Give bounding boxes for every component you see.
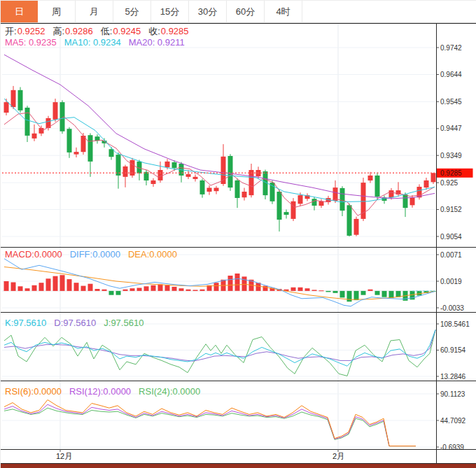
tab-timeframe-60分[interactable]: 60分 xyxy=(227,1,265,23)
candle-body xyxy=(109,149,114,157)
macd-hist-bar xyxy=(186,290,191,291)
macd-hist-bar xyxy=(11,283,16,291)
macd-hist-bar xyxy=(32,285,37,291)
candle-body xyxy=(389,190,394,197)
macd-hist-bar xyxy=(172,287,177,291)
macd-hist-bar xyxy=(18,286,23,291)
chart-canvas[interactable]: 0.97420.96440.95450.94470.93490.9250.915… xyxy=(1,23,476,468)
j-line xyxy=(4,330,435,376)
macd-hist-bar xyxy=(291,288,296,291)
macd-hist-bar xyxy=(214,283,219,291)
macd-hist-bar xyxy=(74,283,79,291)
macd-hist-bar xyxy=(158,284,163,291)
macd-hist-bar xyxy=(347,291,352,302)
macd-hist-bar xyxy=(375,291,380,295)
x-axis-month-label: 12月 xyxy=(56,452,72,460)
main-tick-label: 0.9054 xyxy=(440,233,462,241)
tab-timeframe-日[interactable]: 日 xyxy=(1,1,38,23)
k-line xyxy=(4,330,435,367)
tab-timeframe-15分[interactable]: 15分 xyxy=(151,1,189,23)
bottom-bar xyxy=(1,464,476,468)
macd-hist-bar xyxy=(193,290,198,291)
macd-hist-bar xyxy=(130,288,135,291)
current-price-tag-label: 0.9285 xyxy=(440,169,462,177)
macd-hist-bar xyxy=(389,291,394,298)
macd-hist-bar xyxy=(46,278,51,291)
candle-body xyxy=(214,188,219,192)
candle-body xyxy=(158,170,163,180)
candle-body xyxy=(403,194,408,208)
macd-hist-bar xyxy=(179,288,184,291)
candle-body xyxy=(410,197,415,205)
main-tick-label: 0.9152 xyxy=(440,206,462,213)
candle-body xyxy=(431,173,436,182)
timeframe-tab-bar: 日周月5分15分30分60分4时 xyxy=(1,1,476,23)
candle-body xyxy=(95,136,100,141)
macd-hist-bar xyxy=(312,290,317,291)
candle-body xyxy=(193,177,198,179)
candle-body xyxy=(18,90,23,111)
tab-timeframe-4时[interactable]: 4时 xyxy=(265,1,302,23)
macd-tick-label: 0.0071 xyxy=(440,251,462,259)
tab-timeframe-周[interactable]: 周 xyxy=(38,1,76,23)
macd-hist-bar xyxy=(116,291,121,295)
macd-hist-bar xyxy=(39,283,44,291)
macd-hist-bar xyxy=(361,291,366,295)
macd-hist-bar xyxy=(242,276,247,291)
main-tick-label: 0.9447 xyxy=(440,125,462,132)
macd-hist-bar xyxy=(382,291,387,297)
macd-hist-bar xyxy=(144,286,149,291)
candle-body xyxy=(25,108,30,136)
candle-body xyxy=(172,162,177,168)
candle-body xyxy=(368,176,373,180)
macd-hist-bar xyxy=(137,288,142,291)
chart-area: 0.97420.96440.95450.94470.93490.9250.915… xyxy=(1,23,476,468)
candle-body xyxy=(284,212,289,215)
macd-hist-bar xyxy=(25,288,30,291)
macd-hist-bar xyxy=(165,285,170,291)
macd-hist-bar xyxy=(88,284,93,291)
macd-hist-bar xyxy=(81,286,86,291)
rsi6-line xyxy=(4,400,416,446)
candle-body xyxy=(375,176,380,197)
d-line xyxy=(4,330,435,362)
kline-chart-app: 日周月5分15分30分60分4时 0.97420.96440.95450.944… xyxy=(0,0,476,468)
main-tick-label: 0.9644 xyxy=(440,71,462,78)
macd-hist-bar xyxy=(123,290,128,291)
macd-hist-bar xyxy=(109,291,114,295)
candle-body xyxy=(242,192,247,197)
main-tick-label: 0.9349 xyxy=(440,152,462,159)
candle-body xyxy=(291,201,296,219)
candle-body xyxy=(200,180,205,194)
macd-hist-bar xyxy=(368,290,373,291)
candle-body xyxy=(186,174,191,177)
tab-timeframe-30分[interactable]: 30分 xyxy=(189,1,227,23)
candle-body xyxy=(277,192,282,220)
candle-body xyxy=(424,180,429,187)
macd-hist-bar xyxy=(102,290,107,291)
x-axis-month-label: 2月 xyxy=(332,452,344,460)
candle-body xyxy=(235,180,240,198)
kdj-tick-label: 13.2846 xyxy=(440,373,466,381)
macd-hist-bar xyxy=(319,290,324,291)
tab-timeframe-5分[interactable]: 5分 xyxy=(113,1,151,23)
candle-body xyxy=(340,188,345,211)
macd-hist-bar xyxy=(60,275,65,291)
tab-timeframe-月[interactable]: 月 xyxy=(76,1,113,23)
macd-hist-bar xyxy=(298,288,303,291)
main-tick-label: 0.9545 xyxy=(440,98,462,106)
main-tick-label: 0.925 xyxy=(440,179,458,187)
candle-body xyxy=(165,162,170,167)
macd-hist-bar xyxy=(326,291,331,292)
macd-hist-bar xyxy=(53,276,58,291)
macd-hist-bar xyxy=(151,285,156,291)
macd-tick-label: 0.0019 xyxy=(440,278,462,285)
candle-body xyxy=(319,201,324,206)
main-tick-label: 0.9742 xyxy=(440,44,462,52)
macd-hist-bar xyxy=(228,276,233,291)
candle-body xyxy=(228,156,233,187)
rsi12-line xyxy=(4,404,416,446)
macd-hist-bar xyxy=(305,288,310,291)
kdj-tick-label: 108.5461 xyxy=(440,320,470,328)
candle-body xyxy=(312,199,317,206)
